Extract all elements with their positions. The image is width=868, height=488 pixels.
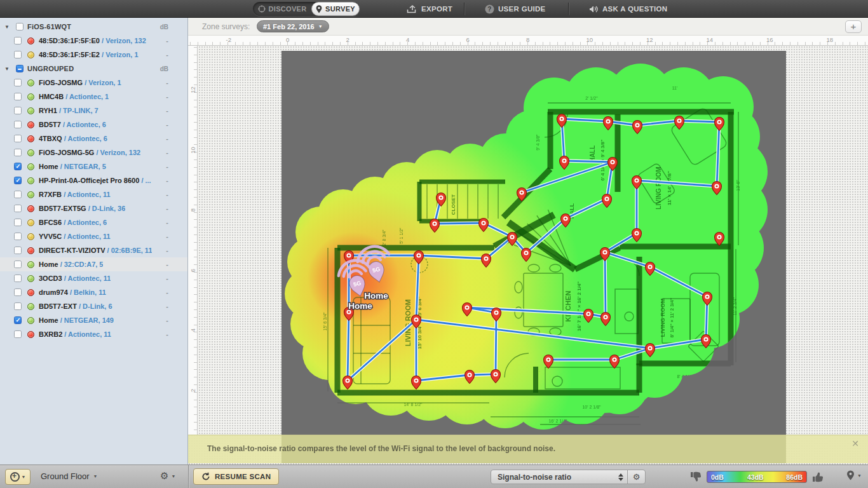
network-checkbox[interactable] — [14, 163, 22, 170]
mode-segmented-control: DISCOVER SURVEY — [253, 2, 360, 16]
network-checkbox[interactable] — [14, 288, 22, 296]
network-ssid: Home / NETGEAR, 149 — [39, 316, 114, 324]
network-row[interactable]: RYH1 / TP-LINK, 7 - — [0, 104, 187, 118]
network-ssid: 48:5D:36:1F:5F:E2 / Verizon, 1 — [39, 51, 139, 58]
network-row[interactable]: BFCS6 / Actiontec, 6 - — [0, 215, 187, 229]
chevron-down-icon: ▼ — [171, 474, 175, 478]
network-row[interactable]: Home / 32:CD:A7, 5 - — [0, 257, 187, 271]
network-vendor-channel: / Verizon, 1 — [85, 79, 121, 86]
network-db-value: - — [152, 107, 168, 114]
network-vendor-channel: / Actiontec, 11 — [64, 330, 111, 338]
network-checkbox[interactable] — [14, 191, 22, 198]
network-checkbox[interactable] — [14, 247, 22, 254]
network-checkbox[interactable] — [14, 233, 22, 240]
network-db-value: - — [152, 288, 168, 296]
survey-selector[interactable]: #1 Feb 22, 2016 ▼ — [257, 20, 329, 32]
network-vendor-channel: / Actiontec, 6 — [64, 135, 107, 142]
network-vendor-channel: / Actiontec, 11 — [64, 233, 111, 240]
discover-compass-icon — [258, 5, 266, 13]
network-checkbox[interactable] — [14, 330, 22, 338]
unit-header: dB — [152, 65, 168, 72]
export-button[interactable]: EXPORT — [407, 0, 452, 18]
network-row[interactable]: drum974 / Belkin, 11 - — [0, 285, 187, 299]
add-floor-button[interactable]: ▼ — [5, 469, 31, 485]
network-row[interactable]: 4TBXQ / Actiontec, 6 - — [0, 132, 187, 146]
bottom-status-bar: ▼ Ground Floor ▼ ⚙ ▼ RESUME SCAN Signal-… — [0, 464, 868, 488]
tab-discover[interactable]: DISCOVER — [253, 2, 311, 16]
network-checkbox[interactable] — [14, 316, 22, 324]
network-row[interactable]: HMC4B / Actiontec, 1 - — [0, 90, 187, 104]
add-survey-button[interactable]: + — [845, 20, 862, 33]
floorplan-label: 8' 1/4" × 11' 2 3/4" — [669, 297, 675, 337]
network-row[interactable]: BD5T7-EXT5G / D-Link, 36 - — [0, 201, 187, 215]
network-vendor-channel: / Verizon, 1 — [102, 51, 138, 58]
signal-status-icon — [27, 121, 34, 128]
network-row[interactable]: 48:5D:36:1F:5F:E2 / Verizon, 1 - — [0, 48, 187, 62]
network-checkbox[interactable] — [14, 149, 22, 156]
floorplan-label: CLOSET — [451, 194, 456, 215]
user-guide-button[interactable]: ? USER GUIDE — [485, 0, 546, 18]
visualization-select[interactable]: Signal-to-noise ratio ⚙ — [491, 470, 646, 484]
network-row[interactable]: HP-Print-0A-Officejet Pro 8600 / ... - — [0, 173, 187, 187]
toolbar-divider — [464, 3, 465, 15]
network-row[interactable]: Home / NETGEAR, 5 - — [0, 159, 187, 173]
visualization-settings-button[interactable]: ⚙ — [627, 470, 645, 484]
network-row[interactable]: Home / NETGEAR, 149 - — [0, 313, 187, 327]
floorplan-label: 10' 2 1/8" — [582, 405, 601, 409]
network-row[interactable]: 3OCD3 / Actiontec, 11 - — [0, 271, 187, 285]
gear-icon: ⚙ — [633, 472, 641, 482]
export-icon — [407, 4, 417, 14]
network-row[interactable]: DIRECT-KT-VIZIOTV / 02:6B:9E, 11 - — [0, 243, 187, 257]
ruler-tick-label: 14 — [707, 36, 714, 43]
group-checkbox[interactable] — [16, 23, 24, 30]
network-checkbox[interactable] — [14, 51, 22, 58]
ask-question-button[interactable]: ASK A QUESTION — [588, 0, 667, 18]
network-row[interactable]: FiOS-JOSMG-5G / Verizon, 132 - — [0, 146, 187, 159]
network-checkbox[interactable] — [14, 93, 22, 100]
scale-min-label: 0dB — [711, 473, 724, 481]
signal-status-icon — [27, 163, 34, 170]
floor-selector[interactable]: Ground Floor ▼ — [41, 471, 98, 481]
network-checkbox[interactable] — [14, 37, 22, 44]
network-checkbox[interactable] — [14, 121, 22, 128]
network-row[interactable]: YVV5C / Actiontec, 11 - — [0, 229, 187, 243]
gear-icon: ⚙ — [160, 470, 168, 482]
network-checkbox[interactable] — [14, 107, 22, 114]
disclosure-triangle-icon[interactable]: ▼ — [4, 66, 12, 72]
network-checkbox[interactable] — [14, 274, 22, 282]
network-checkbox[interactable] — [14, 302, 22, 310]
heatmap-canvas[interactable]: LIVING ROOM15' 10 3/4" × 15' 6 3/4"KITCH… — [188, 46, 868, 464]
network-list-sidebar[interactable]: ▼ FiOS-61WQT dB 48:5D:36:1F:5F:E0 / Veri… — [0, 18, 188, 464]
network-group-header[interactable]: ▼ FiOS-61WQT dB — [0, 20, 187, 34]
megaphone-icon — [588, 4, 599, 14]
floor-selector-label: Ground Floor — [41, 471, 90, 481]
network-row[interactable]: FiOS-JOSMG / Verizon, 1 - — [0, 76, 187, 90]
network-row[interactable]: BD5T7-EXT / D-Link, 6 - — [0, 299, 187, 313]
disclosure-triangle-icon[interactable]: ▼ — [4, 24, 12, 30]
floorplan-pane[interactable]: LIVING ROOM15' 10 3/4" × 15' 6 3/4"KITCH… — [188, 46, 868, 464]
network-row[interactable]: BD5T7 / Actiontec, 6 - — [0, 118, 187, 132]
network-checkbox[interactable] — [14, 205, 22, 212]
network-row[interactable]: 48:5D:36:1F:5F:E0 / Verizon, 132 - — [0, 34, 187, 48]
network-row[interactable]: R7XFB / Actiontec, 11 - — [0, 187, 187, 201]
network-checkbox[interactable] — [14, 177, 22, 184]
resume-scan-button[interactable]: RESUME SCAN — [193, 468, 279, 485]
network-checkbox[interactable] — [14, 135, 22, 142]
network-vendor-channel: / Verizon, 132 — [102, 37, 146, 44]
close-icon[interactable]: ✕ — [851, 438, 859, 449]
network-group-header[interactable]: ▼ UNGROUPED dB — [0, 62, 187, 76]
pin-visibility-button[interactable]: ▼ — [846, 470, 862, 480]
network-checkbox[interactable] — [14, 219, 22, 226]
network-vendor-channel: / Actiontec, 1 — [65, 93, 109, 100]
network-row[interactable]: BXRB2 / Actiontec, 11 - — [0, 327, 187, 341]
group-checkbox[interactable] — [16, 65, 24, 72]
floor-settings-button[interactable]: ⚙ ▼ — [160, 470, 175, 482]
network-vendor-channel: / ... — [141, 177, 151, 184]
signal-status-icon — [27, 191, 34, 198]
tab-survey[interactable]: SURVEY — [311, 2, 360, 16]
network-ssid: HMC4B / Actiontec, 1 — [39, 93, 109, 100]
network-db-value: - — [152, 51, 168, 58]
network-checkbox[interactable] — [14, 261, 22, 268]
top-toolbar: DISCOVER SURVEY EXPORT ? USER GUIDE ASK … — [0, 0, 868, 18]
network-checkbox[interactable] — [14, 79, 22, 86]
